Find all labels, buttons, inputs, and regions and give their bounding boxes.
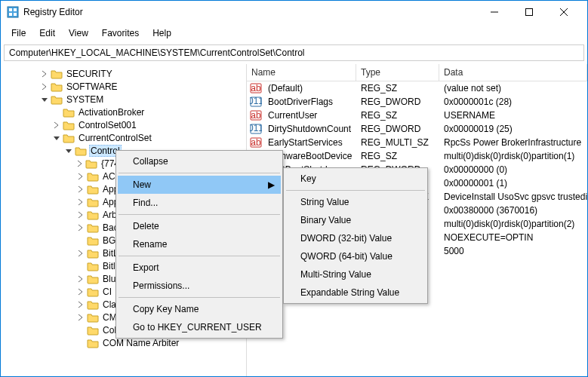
tree-node[interactable]: SOFTWARE [1,80,246,93]
column-name[interactable]: Name [247,64,356,81]
cell-data: 0x0000001c (28) [439,97,587,107]
svg-rect-2 [14,8,17,11]
svg-text:ab: ab [251,83,261,93]
svg-text:011: 011 [250,123,262,133]
tree-node[interactable]: SYSTEM [1,93,246,106]
folder-icon [87,235,99,246]
cell-data: multi(0)disk(0)rdisk(0)partition(2) [439,219,587,229]
cell-type: REG_SZ [356,83,439,93]
menu-help[interactable]: Help [146,25,177,41]
list-header: Name Type Data [247,64,587,81]
list-row[interactable]: 011DirtyShutdownCountREG_DWORD0x00000019… [247,122,587,136]
folder-icon [87,210,99,220]
menu-edit[interactable]: Edit [33,25,61,41]
expand-icon[interactable] [76,287,85,296]
expand-icon[interactable] [76,313,85,322]
ctx-permissions[interactable]: Permissions... [118,277,281,295]
cell-type: REG_SZ [356,110,439,121]
tree-label: CI [101,287,113,297]
cell-data: 0x00000000 (0) [439,164,587,175]
svg-rect-1 [9,8,12,11]
expand-icon[interactable] [76,223,85,232]
cell-data: NOEXECUTE=OPTIN [439,232,587,243]
folder-icon [63,120,75,130]
list-row[interactable]: abEarlyStartServicesREG_MULTI_SZRpcSs Po… [247,136,587,149]
expand-icon[interactable] [76,159,84,168]
column-data[interactable]: Data [439,64,587,81]
expand-icon[interactable] [40,95,49,104]
window-title: Registry Editor [23,7,477,17]
expand-icon[interactable] [76,326,85,335]
separator [286,190,425,191]
ctx-new-key[interactable]: Key [285,170,426,188]
svg-text:ab: ab [251,137,261,148]
ctx-new-expand[interactable]: Expandable String Value [285,284,426,302]
ctx-rename[interactable]: Rename [118,235,281,253]
ctx-new-string[interactable]: String Value [285,193,426,211]
cell-data: 0x00000001 (1) [439,178,587,188]
expand-icon[interactable] [52,121,61,130]
expand-icon[interactable] [40,69,49,78]
ctx-new-qword[interactable]: QWORD (64-bit) Value [285,247,426,265]
expand-icon[interactable] [76,210,85,219]
cell-name: BootDriverFlags [263,97,356,107]
folder-icon [87,312,99,323]
ctx-new-dword[interactable]: DWORD (32-bit) Value [285,229,426,247]
column-type[interactable]: Type [356,64,439,81]
expand-icon[interactable] [40,82,49,91]
folder-icon [87,248,99,259]
separator [119,297,280,298]
menu-view[interactable]: View [63,25,94,41]
value-icon: ab [250,82,262,94]
list-row[interactable]: 011BootDriverFlagsREG_DWORD0x0000001c (2… [247,95,587,109]
close-button[interactable] [546,1,581,23]
tree-node[interactable]: SECURITY [1,67,246,80]
folder-icon [87,287,99,297]
expand-icon[interactable] [64,146,73,155]
separator [119,256,280,256]
tree-node[interactable]: CurrentControlSet [1,131,246,144]
expand-icon[interactable] [76,172,85,181]
list-row[interactable]: abCurrentUserREG_SZUSERNAME [247,109,587,122]
menu-file[interactable]: File [5,25,32,41]
tree-node[interactable]: ControlSet001 [1,118,246,131]
expand-icon[interactable] [76,249,85,258]
cell-data: (value not set) [439,83,587,93]
tree-label: ControlSet001 [77,120,138,130]
context-menu-new: Key String Value Binary Value DWORD (32-… [283,167,428,304]
ctx-goto-hkcu[interactable]: Go to HKEY_CURRENT_USER [118,318,281,336]
cell-type: REG_SZ [356,151,439,161]
list-row[interactable]: abFirmwareBootDeviceREG_SZmulti(0)disk(0… [247,149,587,163]
folder-icon [51,94,63,105]
address-bar[interactable]: Computer\HKEY_LOCAL_MACHINE\SYSTEM\Curre… [4,44,584,61]
expand-icon[interactable] [52,108,61,117]
expand-icon[interactable] [76,198,85,207]
ctx-new-multi[interactable]: Multi-String Value [285,265,426,284]
tree-node[interactable]: ActivationBroker [1,106,246,118]
expand-icon[interactable] [76,339,85,348]
ctx-delete[interactable]: Delete [118,217,281,235]
cell-name: DirtyShutdownCount [263,124,356,134]
tree-label: SECURITY [65,69,114,79]
svg-text:ab: ab [251,110,261,121]
value-icon: ab [250,109,262,121]
minimize-button[interactable] [477,1,512,23]
svg-text:011: 011 [250,96,262,106]
ctx-export[interactable]: Export [118,259,281,277]
ctx-collapse[interactable]: Collapse [118,152,281,170]
expand-icon[interactable] [76,274,85,284]
submenu-arrow-icon: ▶ [268,179,275,190]
expand-icon[interactable] [76,262,85,271]
expand-icon[interactable] [52,133,61,143]
ctx-copy-key[interactable]: Copy Key Name [118,300,281,318]
expand-icon[interactable] [76,236,85,245]
folder-icon [87,299,99,310]
expand-icon[interactable] [76,300,85,309]
list-row[interactable]: ab(Default)REG_SZ(value not set) [247,81,587,95]
maximize-button[interactable] [512,1,546,23]
ctx-new-binary[interactable]: Binary Value [285,211,426,229]
menu-favorites[interactable]: Favorites [96,25,145,41]
ctx-new[interactable]: New ▶ [118,176,281,194]
ctx-find[interactable]: Find... [118,194,281,212]
expand-icon[interactable] [76,185,85,194]
